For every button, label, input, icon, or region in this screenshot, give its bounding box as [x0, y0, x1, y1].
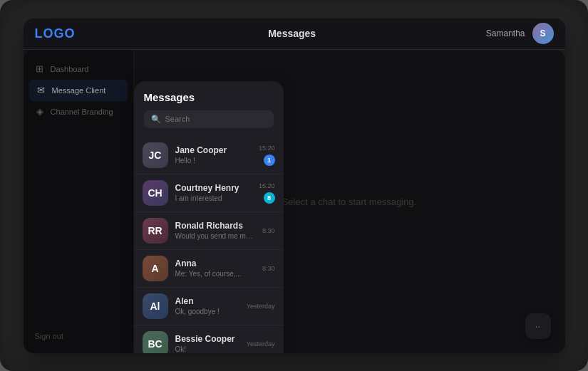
- avatar-alen: Al: [143, 293, 168, 319]
- logo: LOGO: [35, 26, 76, 41]
- messages-panel: Messages 🔍 JC Jane Cooper Hello ! 15:20 …: [134, 81, 284, 353]
- contact-name-anna: Anna: [175, 258, 255, 268]
- avatar-bessie-cooper: BC: [143, 331, 168, 353]
- contact-time-anna: 8:30: [262, 265, 275, 272]
- contact-name-ronald-richards: Ronald Richards: [175, 221, 255, 231]
- logo-text: LO: [35, 26, 54, 41]
- contact-info-jane-cooper: Jane Cooper Hello !: [175, 145, 252, 164]
- avatar-ronald-richards: RR: [143, 218, 168, 244]
- sign-out-link[interactable]: Sign out: [35, 332, 63, 340]
- contact-preview-ronald-richards: Would you send me more...: [175, 232, 255, 240]
- contact-time-bessie-cooper: Yesterday: [247, 340, 275, 348]
- contact-info-alen: Alen Ok, goodbye !: [175, 296, 239, 315]
- top-bar: LOGO Messages Samantha S: [24, 19, 565, 50]
- main-layout: ⊞ Dashboard ✉ Message Client ◈ Channel B…: [24, 50, 565, 353]
- contact-info-anna: Anna Me: Yes, of course,...: [175, 258, 255, 278]
- contact-item-anna[interactable]: A Anna Me: Yes, of course,... 8:30: [134, 250, 284, 288]
- dashboard-nav-icon: ⊞: [35, 64, 45, 74]
- messages-panel-title: Messages: [144, 91, 274, 103]
- messages-nav-icon: ✉: [36, 85, 46, 95]
- contact-time-alen: Yesterday: [247, 303, 275, 310]
- contact-preview-bessie-cooper: Ok!: [175, 345, 239, 353]
- contact-list: JC Jane Cooper Hello ! 15:20 1 CH Courtn…: [134, 134, 284, 353]
- avatar-anna: A: [143, 256, 168, 281]
- messages-nav-label: Message Client: [52, 86, 106, 95]
- messages-title-top: Messages: [268, 28, 316, 39]
- chat-placeholder: Select a chat to start messaging.: [282, 195, 417, 208]
- contact-item-alen[interactable]: Al Alen Ok, goodbye ! Yesterday: [134, 288, 284, 325]
- top-bar-right: Samantha S: [486, 23, 554, 44]
- user-avatar: S: [532, 23, 554, 44]
- contact-name-jane-cooper: Jane Cooper: [175, 145, 252, 155]
- contact-meta-ronald-richards: 8:30: [262, 227, 275, 234]
- contact-meta-jane-cooper: 15:20 1: [259, 145, 275, 166]
- search-bar[interactable]: 🔍: [144, 110, 274, 128]
- contact-item-jane-cooper[interactable]: JC Jane Cooper Hello ! 15:20 1: [134, 137, 284, 174]
- top-bar-center: Messages: [98, 28, 486, 39]
- contact-preview-alen: Ok, goodbye !: [175, 308, 239, 315]
- branding-nav-icon: ◈: [35, 107, 45, 117]
- contact-item-bessie-cooper[interactable]: BC Bessie Cooper Ok! Yesterday: [134, 325, 284, 353]
- contact-item-courtney-henry[interactable]: CH Courtney Henry I am interested 15:20 …: [134, 174, 284, 212]
- fab-button[interactable]: ··: [525, 313, 551, 339]
- sidebar-item-branding[interactable]: ◈ Channel Branding: [24, 101, 133, 122]
- app-window: LOGO Messages Samantha S ⊞ Dashboard ✉ M…: [24, 19, 565, 353]
- badge-courtney-henry: 8: [264, 192, 275, 204]
- sidebar-nav: ⊞ Dashboard ✉ Message Client ◈ Channel B…: [24, 50, 134, 353]
- dashboard-nav-label: Dashboard: [51, 65, 89, 73]
- ellipsis-icon: ··: [535, 320, 541, 332]
- chat-placeholder-text: Select a chat to start messaging.: [282, 197, 417, 207]
- messages-header: Messages 🔍: [134, 81, 284, 134]
- badge-jane-cooper: 1: [264, 155, 275, 166]
- contact-meta-anna: 8:30: [262, 265, 275, 272]
- contact-meta-courtney-henry: 15:20 8: [259, 182, 275, 204]
- search-icon: 🔍: [151, 115, 161, 124]
- sidebar-item-dashboard[interactable]: ⊞ Dashboard: [24, 58, 133, 80]
- contact-name-bessie-cooper: Bessie Cooper: [175, 334, 239, 344]
- contact-preview-courtney-henry: I am interested: [175, 194, 252, 202]
- contact-name-alen: Alen: [175, 296, 239, 306]
- contact-preview-anna: Me: Yes, of course,...: [175, 270, 255, 278]
- contact-time-jane-cooper: 15:20: [259, 145, 275, 152]
- search-input[interactable]: [165, 115, 267, 123]
- contact-info-bessie-cooper: Bessie Cooper Ok!: [175, 334, 239, 353]
- contact-name-courtney-henry: Courtney Henry: [175, 183, 252, 193]
- user-name: Samantha: [486, 28, 525, 38]
- branding-nav-label: Channel Branding: [51, 108, 113, 116]
- contact-meta-alen: Yesterday: [247, 303, 275, 310]
- sidebar-item-messages[interactable]: ✉ Message Client: [29, 80, 128, 101]
- contact-time-ronald-richards: 8:30: [262, 227, 275, 234]
- contact-time-courtney-henry: 15:20: [259, 182, 275, 189]
- device-frame: LOGO Messages Samantha S ⊞ Dashboard ✉ M…: [0, 0, 588, 371]
- contact-info-ronald-richards: Ronald Richards Would you send me more..…: [175, 221, 255, 240]
- contact-meta-bessie-cooper: Yesterday: [247, 340, 275, 348]
- logo-highlight: GO: [54, 26, 76, 41]
- contact-item-ronald-richards[interactable]: RR Ronald Richards Would you send me mor…: [134, 212, 284, 250]
- nav-bottom: Sign out: [24, 329, 134, 342]
- contact-preview-jane-cooper: Hello !: [175, 157, 252, 164]
- avatar-courtney-henry: CH: [143, 180, 168, 206]
- avatar-jane-cooper: JC: [143, 142, 168, 168]
- contact-info-courtney-henry: Courtney Henry I am interested: [175, 183, 252, 202]
- nav-items: ⊞ Dashboard ✉ Message Client ◈ Channel B…: [24, 58, 133, 122]
